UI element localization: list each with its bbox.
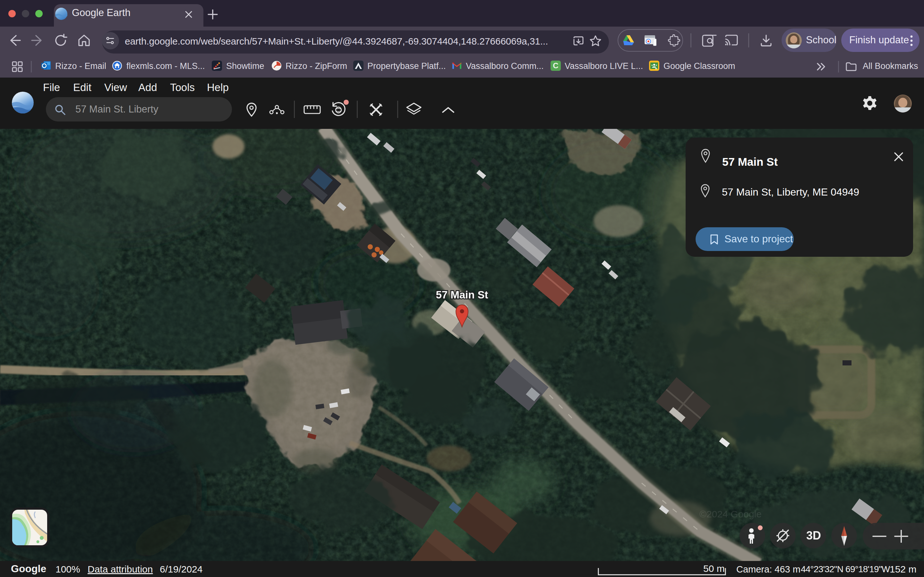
svg-text:57 Main St: 57 Main St — [436, 289, 488, 301]
svg-text:C: C — [553, 61, 558, 70]
svg-text:©2024 Google: ©2024 Google — [699, 509, 762, 519]
